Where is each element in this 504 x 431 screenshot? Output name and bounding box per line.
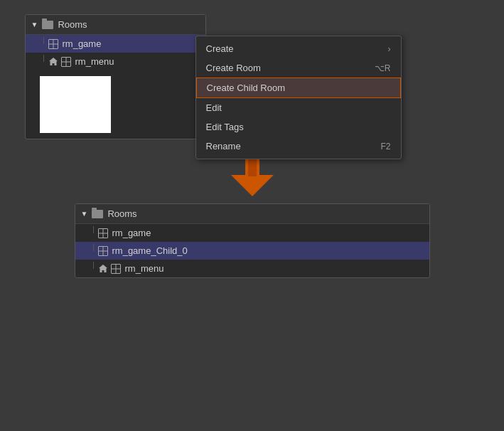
tree-item-label: rm_menu: [125, 263, 164, 274]
menu-item-create-room[interactable]: Create Room ⌥R: [196, 58, 401, 78]
tree-item-label: rm_menu: [75, 56, 114, 67]
bottom-tree-header-label: Rooms: [107, 208, 136, 219]
menu-item-label: Create Child Room: [207, 83, 286, 93]
menu-item-label: Edit: [206, 102, 222, 113]
scene: ▼ Rooms rm_game rm_menu: [0, 0, 504, 431]
menu-item-label: Create: [206, 43, 234, 54]
tree-item-label: rm_game: [63, 38, 102, 49]
home-icon: [48, 57, 58, 67]
bottom-tree-header: ▼ Rooms: [75, 204, 429, 224]
menu-item-label: Create Room: [206, 63, 261, 73]
folder-icon: [42, 21, 53, 29]
room-grid-icon: [61, 57, 71, 67]
room-grid-icon: [98, 246, 108, 256]
top-tree-panel: ▼ Rooms rm_game rm_menu: [25, 14, 206, 139]
tree-item-label: rm_game: [112, 228, 151, 238]
tree-row[interactable]: rm_game: [26, 35, 205, 53]
bottom-tree-panel: ▼ Rooms rm_game rm_game_Child_0 rm_menu: [75, 203, 430, 278]
menu-item-create-child-room[interactable]: Create Child Room: [196, 78, 401, 98]
tree-item-label: rm_game_Child_0: [112, 245, 188, 256]
menu-shortcut: F2: [380, 142, 390, 151]
room-preview: [40, 76, 111, 133]
collapse-arrow-icon[interactable]: ▼: [31, 21, 38, 28]
svg-marker-1: [231, 175, 274, 196]
tree-row[interactable]: rm_game: [75, 224, 429, 242]
menu-item-rename[interactable]: Rename F2: [196, 137, 401, 156]
menu-item-label: Rename: [206, 141, 241, 151]
tree-row[interactable]: rm_menu: [75, 260, 429, 277]
room-grid-icon: [111, 264, 121, 274]
folder-icon: [92, 210, 103, 218]
tree-row[interactable]: rm_game_Child_0: [75, 242, 429, 260]
menu-item-label: Edit Tags: [206, 122, 244, 132]
top-section: ▼ Rooms rm_game rm_menu: [25, 14, 480, 139]
menu-shortcut: ⌥R: [375, 63, 391, 73]
context-menu: Create › Create Room ⌥R Create Child Roo…: [195, 36, 402, 159]
menu-item-edit-tags[interactable]: Edit Tags: [196, 117, 401, 137]
tree-row[interactable]: rm_menu: [26, 53, 205, 70]
home-icon: [98, 264, 108, 274]
room-grid-icon: [48, 39, 58, 49]
top-tree-header-label: Rooms: [58, 19, 87, 30]
top-tree-header: ▼ Rooms: [26, 15, 205, 35]
menu-item-create[interactable]: Create ›: [196, 39, 401, 58]
submenu-arrow-icon: ›: [388, 44, 391, 54]
collapse-arrow-icon[interactable]: ▼: [81, 210, 88, 218]
room-grid-icon: [98, 228, 108, 238]
menu-item-edit[interactable]: Edit: [196, 98, 401, 117]
